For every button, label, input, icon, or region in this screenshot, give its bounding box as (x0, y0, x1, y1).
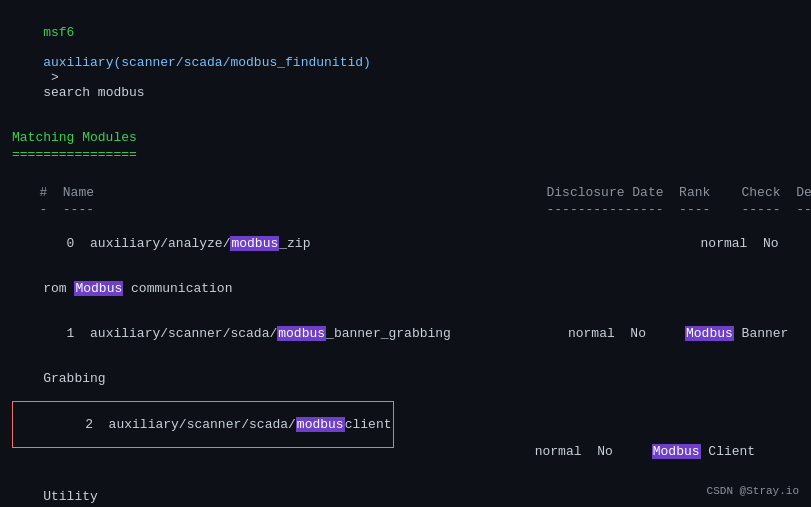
table-header: # Name Disclosure Date Rank Check Descri… (12, 185, 799, 200)
row1-index: 1 auxiliary/scanner/scada/ (43, 326, 277, 341)
row0-cont-highlight: Modbus (74, 281, 123, 296)
msf6-label: msf6 (43, 25, 74, 40)
row1-sp2 (615, 326, 631, 341)
row0-name-post: _zip (279, 236, 310, 251)
row0-check: No (763, 236, 779, 251)
row2-cont: Utility (43, 489, 98, 504)
row0-sp3 (779, 236, 811, 251)
row2-desc: Client (701, 444, 756, 459)
terminal-window: msf6 auxiliary(scanner/scada/modbus_find… (12, 10, 799, 507)
row1-check: No (630, 326, 646, 341)
watermark: CSDN @Stray.io (707, 485, 799, 497)
row0-highlight: modbus (230, 236, 279, 251)
prompt-space (43, 40, 51, 55)
row0-cont: rom (43, 281, 74, 296)
table-row-1-cont: Grabbing (12, 356, 799, 401)
row2-index: 2 auxiliary/scanner/scada/ (62, 417, 296, 432)
row2-sp3 (613, 444, 652, 459)
row1-sp3 (646, 326, 685, 341)
row2-name: client (345, 417, 392, 432)
top-prompt-line: msf6 auxiliary(scanner/scada/modbus_find… (12, 10, 799, 115)
row2-sp2 (582, 444, 598, 459)
row2-highlight: modbus (296, 417, 345, 432)
table-divider: - ---- --------------- ---- ----- ------… (12, 202, 799, 217)
row0-cont-text: communication (123, 281, 232, 296)
row2-sp (371, 444, 535, 459)
row1-cont: Grabbing (43, 371, 105, 386)
blank1 (12, 115, 799, 130)
section-underline: ================ (12, 147, 799, 162)
table-row-0: 0 auxiliary/analyze/modbus_zip normal No… (12, 221, 799, 266)
row1-desc: Banner (734, 326, 789, 341)
prompt-module: auxiliary(scanner/scada/modbus_finduniti… (43, 55, 371, 70)
table-row-2-wrapper: 2 auxiliary/scanner/scada/modbusclient (12, 401, 394, 448)
row1-rank: normal (568, 326, 615, 341)
blank2 (12, 170, 799, 185)
command-text: search modbus (43, 85, 144, 100)
row2-rank: normal (535, 444, 582, 459)
row1-sp (451, 326, 568, 341)
row2-check: No (597, 444, 613, 459)
row0-rank: normal (701, 236, 748, 251)
row0-sp2 (747, 236, 763, 251)
row2-desc-highlight: Modbus (652, 444, 701, 459)
table-row-2: 2 auxiliary/scanner/scada/modbusclient (13, 402, 393, 447)
prompt-gt: > (43, 70, 66, 85)
row1-desc-highlight: Modbus (685, 326, 734, 341)
row0-index: 0 auxiliary/analyze/ (43, 236, 230, 251)
table-row-2-cont: Utility (12, 474, 799, 507)
row1-name: _banner_grabbing (326, 326, 451, 341)
section-title: Matching Modules (12, 130, 799, 145)
row0-spacing (310, 236, 700, 251)
table-row-1: 1 auxiliary/scanner/scada/modbus_banner_… (12, 311, 799, 356)
table-row-0-cont: rom Modbus communication (12, 266, 799, 311)
row1-highlight: modbus (277, 326, 326, 341)
